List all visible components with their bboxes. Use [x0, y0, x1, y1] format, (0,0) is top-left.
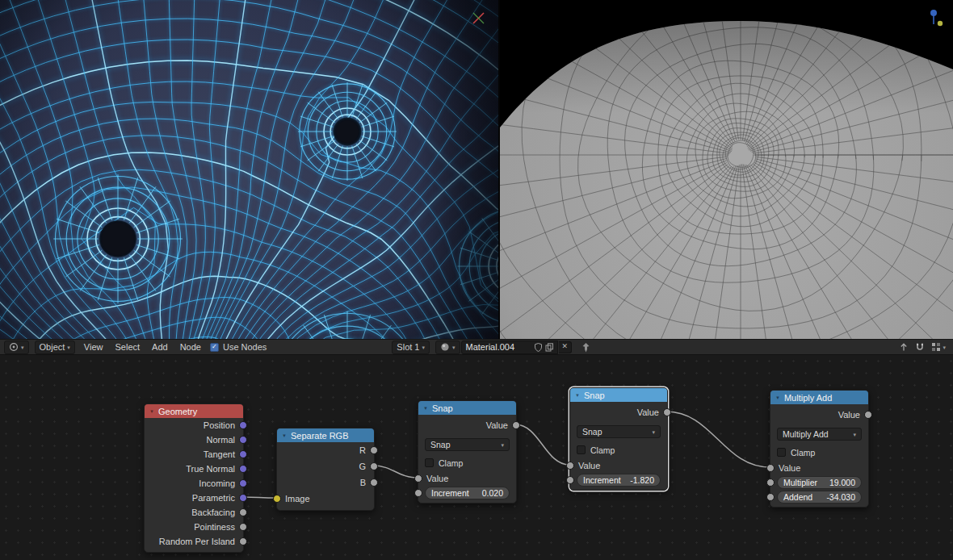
- node-snap-1[interactable]: ▼ Snap Value Snap▾ Clamp Value Increment…: [418, 400, 517, 504]
- menu-view[interactable]: View: [81, 342, 107, 352]
- node-snap-2[interactable]: ▼ Snap Value Snap▾ Clamp Value Increment…: [569, 387, 668, 491]
- snapping-magnet-icon[interactable]: [915, 342, 925, 352]
- navigation-gizmo[interactable]: [469, 8, 489, 31]
- slot-label: Slot 1: [397, 342, 419, 352]
- collapse-triangle-icon[interactable]: ▼: [149, 409, 154, 414]
- editor-options-icon[interactable]: ▾: [931, 342, 946, 352]
- collapse-triangle-icon[interactable]: ▼: [423, 406, 428, 411]
- output-socket[interactable]: [239, 479, 247, 487]
- node-header[interactable]: ▼ Geometry: [145, 404, 243, 418]
- viewport-wireframe[interactable]: [0, 0, 498, 339]
- input-socket[interactable]: [273, 495, 281, 503]
- output-row: Value: [418, 417, 516, 433]
- viewport-area: [0, 0, 953, 339]
- menu-select[interactable]: Select: [111, 342, 143, 352]
- output-socket[interactable]: [239, 537, 247, 545]
- pin-button[interactable]: [577, 341, 594, 353]
- input-row: Increment0.020: [418, 487, 516, 499]
- node-geometry[interactable]: ▼ Geometry Position Normal Tangent True …: [144, 403, 244, 553]
- input-socket[interactable]: [566, 462, 574, 470]
- clamp-checkbox[interactable]: [777, 448, 786, 457]
- node-header[interactable]: ▼ Snap: [570, 388, 667, 402]
- node-editor-icon: [9, 342, 19, 352]
- multiplier-field[interactable]: Multiplier19.000: [777, 476, 862, 489]
- input-socket[interactable]: [414, 489, 422, 497]
- output-socket[interactable]: [370, 462, 378, 470]
- menu-add[interactable]: Add: [149, 342, 171, 352]
- material-name-field[interactable]: Material.004: [461, 341, 558, 354]
- shader-type-dropdown[interactable]: Object ▾: [35, 341, 75, 354]
- input-socket[interactable]: [566, 476, 574, 484]
- input-socket[interactable]: [766, 464, 775, 472]
- output-socket[interactable]: [239, 421, 247, 429]
- use-nodes-checkbox[interactable]: ✓ Use Nodes: [210, 342, 267, 352]
- chevron-down-icon: ▾: [422, 345, 426, 350]
- node-editor[interactable]: ▼ Geometry Position Normal Tangent True …: [0, 355, 953, 560]
- solid-canvas[interactable]: [500, 0, 953, 339]
- clamp-checkbox[interactable]: [577, 445, 586, 454]
- navigation-gizmo[interactable]: [924, 8, 943, 32]
- output-socket[interactable]: [239, 436, 247, 444]
- output-row: Value: [770, 407, 868, 423]
- clamp-row: Clamp: [425, 457, 510, 469]
- addend-field[interactable]: Addend-34.030: [777, 491, 862, 504]
- output-socket[interactable]: [370, 446, 378, 454]
- increment-field[interactable]: Increment-1.820: [577, 474, 661, 487]
- node-header[interactable]: ▼ Separate RGB: [277, 428, 374, 442]
- input-row: Value: [570, 458, 667, 472]
- output-row: Incoming: [145, 476, 243, 491]
- shader-editor-header: ▾ Object ▾ View Select Add Node ✓ Use No…: [0, 339, 953, 355]
- output-row: R: [277, 442, 374, 458]
- editor-type-button[interactable]: ▾: [4, 341, 29, 354]
- input-socket[interactable]: [766, 493, 775, 501]
- node-title: Geometry: [158, 407, 197, 416]
- node-separate-rgb[interactable]: ▼ Separate RGB R G B Image: [276, 428, 375, 511]
- increment-field[interactable]: Increment0.020: [425, 487, 510, 499]
- new-material-copy-icon[interactable]: [545, 343, 553, 352]
- output-socket[interactable]: [239, 508, 247, 516]
- material-sphere-icon: [440, 342, 450, 352]
- operation-dropdown[interactable]: Snap▾: [577, 425, 661, 438]
- output-socket[interactable]: [512, 421, 520, 429]
- menu-node[interactable]: Node: [177, 342, 204, 352]
- shader-type-label: Object: [40, 342, 65, 352]
- output-socket[interactable]: [239, 465, 247, 473]
- wire-parametric-to-image: [242, 497, 276, 498]
- input-socket[interactable]: [414, 474, 422, 483]
- wire-g-to-snap1: [373, 466, 418, 478]
- output-row: True Normal: [145, 462, 243, 476]
- output-socket[interactable]: [864, 411, 872, 419]
- material-browse-button[interactable]: ▾: [435, 341, 460, 354]
- output-socket[interactable]: [239, 494, 247, 502]
- material-datablock: ▾ Material.004 ✕: [435, 341, 572, 354]
- wire-snap1-to-snap2: [515, 424, 569, 465]
- node-multiply-add[interactable]: ▼ Multiply Add Value Multiply Add▾ Clamp…: [770, 390, 869, 508]
- output-socket[interactable]: [370, 479, 378, 487]
- output-socket[interactable]: [239, 523, 247, 531]
- node-header[interactable]: ▼ Snap: [418, 401, 516, 415]
- output-row: Position: [145, 418, 243, 433]
- viewport-solid[interactable]: [498, 0, 953, 339]
- wireframe-canvas[interactable]: [0, 0, 498, 339]
- material-name: Material.004: [466, 342, 531, 352]
- unlink-material-button[interactable]: ✕: [559, 341, 573, 353]
- blender-window: ▾ Object ▾ View Select Add Node ✓ Use No…: [0, 0, 953, 560]
- clamp-checkbox[interactable]: [425, 458, 434, 467]
- operation-dropdown[interactable]: Snap▾: [425, 438, 510, 451]
- collapse-triangle-icon[interactable]: ▼: [282, 433, 287, 438]
- close-icon: ✕: [562, 342, 569, 350]
- slot-dropdown[interactable]: Slot 1 ▾: [392, 341, 430, 354]
- input-socket[interactable]: [766, 479, 775, 487]
- node-title: Snap: [584, 391, 605, 400]
- input-row: Value: [770, 461, 868, 474]
- arrow-icon[interactable]: [899, 342, 909, 352]
- node-header[interactable]: ▼ Multiply Add: [770, 391, 868, 404]
- output-row: Normal: [145, 433, 243, 447]
- operation-dropdown[interactable]: Multiply Add▾: [777, 428, 862, 441]
- input-row: Value: [418, 471, 516, 485]
- output-socket[interactable]: [239, 450, 247, 458]
- collapse-triangle-icon[interactable]: ▼: [775, 395, 780, 400]
- fake-user-shield-icon[interactable]: [535, 343, 542, 352]
- output-socket[interactable]: [663, 408, 671, 416]
- collapse-triangle-icon[interactable]: ▼: [575, 393, 580, 398]
